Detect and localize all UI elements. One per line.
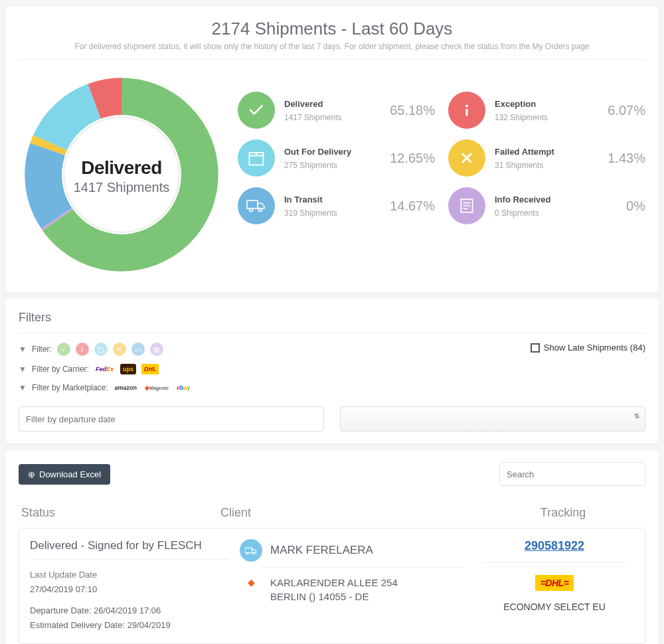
truck-icon bbox=[238, 187, 275, 224]
stat-title: Delivered bbox=[284, 99, 373, 109]
estimated-date: Estimated Delivery Date: 29/04/2019 bbox=[30, 618, 229, 633]
carrier-badge-dhl: =DHL= bbox=[535, 575, 574, 591]
filter-pill-exception[interactable]: i bbox=[76, 343, 89, 356]
stat-percent: 1.43% bbox=[592, 151, 645, 166]
stat-percent: 0% bbox=[592, 199, 645, 214]
filter-pill-failed[interactable]: ✕ bbox=[113, 343, 126, 356]
dashboard-card: 2174 Shipments - Last 60 Days For delive… bbox=[5, 7, 659, 292]
stat-title: Out For Delivery bbox=[284, 147, 373, 157]
checkbox-icon bbox=[531, 343, 540, 353]
col-status: Status bbox=[21, 506, 220, 520]
download-label: Download Excel bbox=[39, 469, 101, 479]
svg-rect-9 bbox=[465, 109, 467, 116]
filter-marketplace-line: ▼ Filter by Marketplace: amazon ◆Magento… bbox=[19, 382, 191, 393]
stat-sub: 132 Shipments bbox=[495, 113, 583, 122]
results-card: ⊕ Download Excel Status Client Tracking … bbox=[5, 450, 659, 644]
svg-rect-15 bbox=[245, 548, 252, 553]
row-client-cell: MARK FERELAERA ◆ KARLARENDER ALLEE 254 B… bbox=[240, 539, 464, 604]
client-name: MARK FERELAERA bbox=[270, 544, 373, 557]
truck-icon bbox=[240, 539, 262, 562]
carrier-fedex[interactable]: FedEx bbox=[94, 364, 115, 374]
row-tracking-cell: 290581922 =DHL= ECONOMY SELECT EU bbox=[475, 539, 634, 612]
divider bbox=[19, 333, 645, 333]
info-icon bbox=[448, 92, 485, 129]
divider bbox=[30, 559, 229, 560]
stat-in-transit[interactable]: In Transit319 Shipments14.67% bbox=[238, 187, 435, 224]
late-shipments-label: Show Late Shipments (84) bbox=[544, 343, 645, 353]
stat-delivered[interactable]: Delivered1417 Shipments65.18% bbox=[238, 92, 435, 129]
carrier-ups[interactable]: ups bbox=[120, 364, 136, 374]
stat-failed-attempt[interactable]: Failed Attempt31 Shipments1.43% bbox=[448, 139, 645, 177]
svg-point-16 bbox=[246, 552, 248, 554]
departure-date-input[interactable] bbox=[19, 406, 324, 432]
funnel-icon: ▼ bbox=[19, 383, 27, 392]
tracking-link[interactable]: 290581922 bbox=[525, 539, 584, 553]
svg-point-8 bbox=[465, 105, 468, 108]
marketplace-magento[interactable]: ◆Magento bbox=[143, 382, 170, 393]
stat-percent: 65.18% bbox=[382, 103, 435, 118]
status-text: Delivered - Signed for by FLESCH bbox=[30, 539, 229, 552]
svg-point-17 bbox=[253, 552, 255, 554]
check-icon bbox=[238, 92, 275, 129]
svg-point-12 bbox=[250, 208, 253, 212]
table-row: Delivered - Signed for by FLESCH Last Up… bbox=[19, 528, 645, 644]
stat-out-for-delivery[interactable]: Out For Delivery275 Shipments12.65% bbox=[238, 139, 435, 177]
shipping-method: ECONOMY SELECT EU bbox=[503, 602, 606, 612]
stat-title: Info Received bbox=[495, 195, 583, 204]
funnel-icon: ▼ bbox=[19, 345, 27, 354]
col-tracking: Tracking bbox=[483, 506, 643, 520]
filters-heading: Filters bbox=[19, 311, 645, 325]
stat-percent: 14.67% bbox=[382, 199, 435, 214]
last-update-label: Last Update Date bbox=[30, 568, 229, 582]
donut-center-label: Delivered bbox=[81, 157, 162, 179]
stat-title: In Transit bbox=[284, 195, 373, 204]
donut-chart: Delivered 1417 Shipments bbox=[19, 72, 224, 280]
download-icon: ⊕ bbox=[28, 469, 35, 479]
col-client: Client bbox=[220, 506, 483, 520]
page-title: 2174 Shipments - Last 60 Days bbox=[19, 19, 645, 39]
filter-marketplace-label: Filter by Marketplace: bbox=[32, 383, 108, 392]
row-status-cell: Delivered - Signed for by FLESCH Last Up… bbox=[30, 539, 229, 633]
marketplace-ebay[interactable]: ebay bbox=[175, 382, 192, 393]
stat-percent: 12.65% bbox=[382, 151, 435, 166]
carrier-dhl[interactable]: DHL bbox=[141, 364, 159, 374]
box-icon bbox=[238, 139, 275, 177]
departure-date: Departure Date: 26/04/2019 17:06 bbox=[30, 604, 229, 618]
filter-status-line: ▼ Filter: ✓ i ▢ ✕ ▭ ▤ bbox=[19, 343, 191, 356]
filter-select[interactable] bbox=[340, 406, 645, 432]
divider bbox=[262, 567, 464, 568]
svg-rect-11 bbox=[247, 201, 258, 208]
magento-icon: ◆ bbox=[240, 576, 262, 588]
divider bbox=[19, 59, 645, 60]
stat-exception[interactable]: Exception132 Shipments6.07% bbox=[448, 92, 645, 129]
stat-info-received[interactable]: Info Received0 Shipments0% bbox=[448, 187, 645, 224]
download-excel-button[interactable]: ⊕ Download Excel bbox=[19, 464, 110, 485]
divider bbox=[483, 562, 626, 563]
filter-carrier-label: Filter by Carrier: bbox=[32, 364, 89, 374]
filter-pill-out-for-delivery[interactable]: ▢ bbox=[94, 343, 108, 356]
stat-sub: 31 Shipments bbox=[495, 161, 583, 170]
table-header: Status Client Tracking bbox=[19, 506, 645, 528]
late-shipments-checkbox[interactable]: Show Late Shipments (84) bbox=[531, 343, 645, 353]
stat-sub: 0 Shipments bbox=[495, 208, 583, 218]
page-subtitle: For delivered shipment status, it will s… bbox=[19, 42, 645, 51]
address-line-1: KARLARENDER ALLEE 254 bbox=[270, 576, 398, 590]
stat-sub: 319 Shipments bbox=[284, 208, 373, 218]
stat-title: Exception bbox=[495, 99, 583, 109]
filter-pill-info[interactable]: ▤ bbox=[150, 343, 163, 356]
filter-pill-transit[interactable]: ▭ bbox=[131, 343, 145, 356]
filters-card: Filters ▼ Filter: ✓ i ▢ ✕ ▭ ▤ ▼ Filter b… bbox=[5, 299, 659, 443]
svg-point-13 bbox=[259, 208, 262, 212]
stat-sub: 275 Shipments bbox=[284, 161, 373, 170]
doc-icon bbox=[448, 187, 485, 224]
funnel-icon: ▼ bbox=[19, 364, 27, 374]
stat-sub: 1417 Shipments bbox=[284, 113, 373, 122]
last-update-value: 27/04/2019 07:10 bbox=[30, 582, 229, 597]
filter-pill-delivered[interactable]: ✓ bbox=[57, 343, 70, 356]
stats-grid: Delivered1417 Shipments65.18%Exception13… bbox=[238, 72, 645, 224]
stat-percent: 6.07% bbox=[592, 103, 645, 118]
marketplace-amazon[interactable]: amazon bbox=[114, 382, 139, 393]
cross-icon bbox=[448, 139, 485, 177]
search-input[interactable] bbox=[499, 462, 645, 486]
filter-carrier-line: ▼ Filter by Carrier: FedEx ups DHL bbox=[19, 364, 191, 374]
